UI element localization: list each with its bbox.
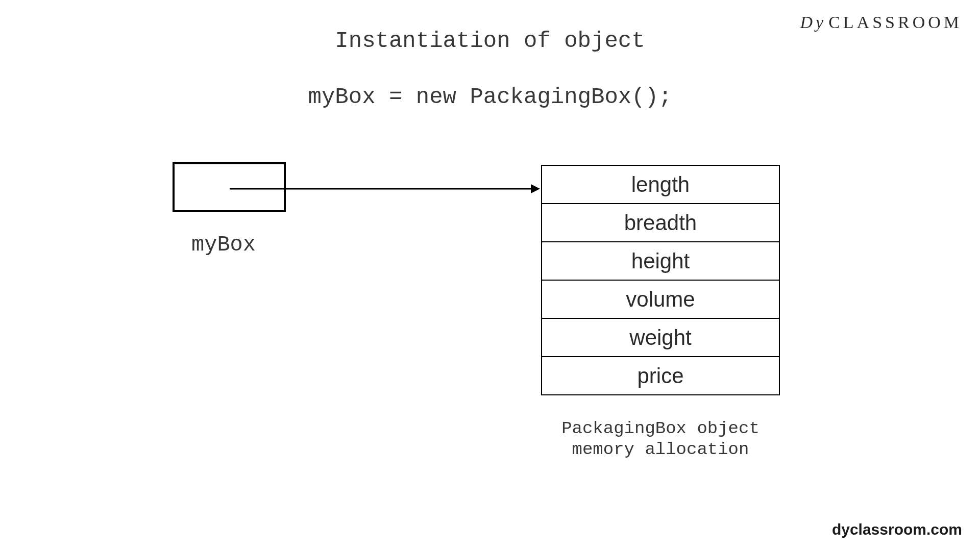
- object-field: price: [541, 356, 780, 395]
- object-field: weight: [541, 318, 780, 357]
- object-field: volume: [541, 280, 780, 319]
- object-caption: PackagingBox object memory allocation: [558, 418, 763, 460]
- footer-url: dyclassroom.com: [832, 521, 962, 538]
- object-memory-table: length breadth height volume weight pric…: [541, 165, 780, 395]
- object-caption-line2: memory allocation: [572, 440, 749, 459]
- object-field: length: [541, 165, 780, 204]
- pointer-arrow: [230, 181, 541, 196]
- object-field: height: [541, 241, 780, 281]
- object-caption-line1: PackagingBox object: [561, 419, 760, 438]
- reference-variable-label: myBox: [191, 233, 256, 257]
- brand-logo-text: CLASSROOM: [828, 13, 962, 32]
- object-field: breadth: [541, 203, 780, 242]
- code-statement: myBox = new PackagingBox();: [308, 84, 672, 110]
- brand-logo: DyCLASSROOM: [800, 13, 963, 32]
- brand-logo-mark: Dy: [800, 13, 827, 32]
- svg-marker-1: [531, 184, 540, 193]
- diagram-title: Instantiation of object: [335, 28, 645, 54]
